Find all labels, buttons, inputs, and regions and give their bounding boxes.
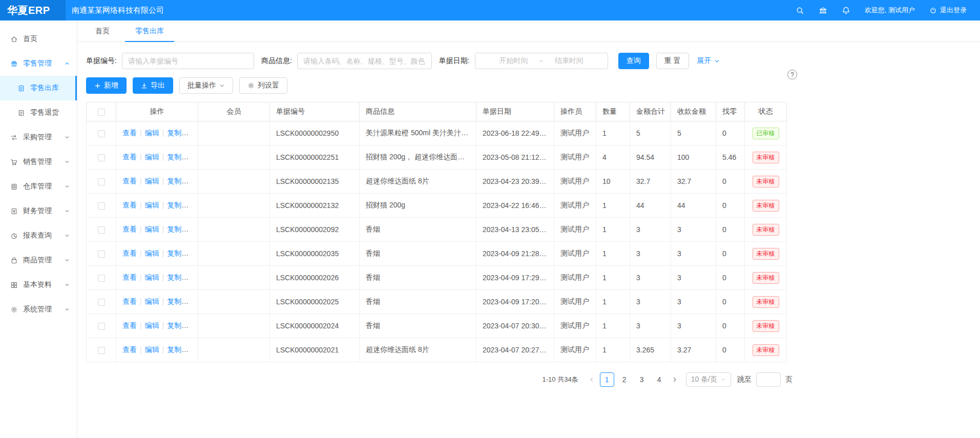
view-link[interactable]: 查看 xyxy=(122,273,137,281)
sidebar-item-sales[interactable]: 销售管理 xyxy=(0,150,77,174)
row-checkbox[interactable] xyxy=(98,178,105,185)
product-input[interactable] xyxy=(297,53,432,69)
copy-link[interactable]: 复制 xyxy=(167,345,189,353)
sidebar-item-retail[interactable]: 零售管理 xyxy=(0,51,77,76)
batch-actions-button[interactable]: 批量操作 xyxy=(179,77,233,94)
edit-link[interactable]: 编辑 xyxy=(145,249,159,257)
edit-link[interactable]: 编辑 xyxy=(145,345,159,353)
delete-link[interactable]: 删除 xyxy=(190,297,198,305)
sidebar-item-retail-outbound[interactable]: 零售出库 xyxy=(0,76,77,100)
delete-link[interactable]: 删除 xyxy=(190,201,198,209)
copy-link[interactable]: 复制 xyxy=(167,177,189,185)
page-button-3[interactable]: 3 xyxy=(635,372,649,387)
next-page-button[interactable] xyxy=(670,377,680,383)
copy-link[interactable]: 复制 xyxy=(167,153,189,161)
operator-cell: 测试用户 xyxy=(554,290,596,314)
view-link[interactable]: 查看 xyxy=(122,129,137,137)
delete-link[interactable]: 删除 xyxy=(190,129,198,137)
copy-link[interactable]: 复制 xyxy=(167,225,189,233)
platform-icon[interactable] xyxy=(819,6,827,15)
view-link[interactable]: 查看 xyxy=(122,177,137,185)
view-link[interactable]: 查看 xyxy=(122,153,137,161)
select-all-checkbox[interactable] xyxy=(98,109,105,116)
row-checkbox[interactable] xyxy=(98,275,105,282)
sidebar-item-home[interactable]: 首页 xyxy=(0,27,77,51)
help-icon[interactable]: ? xyxy=(787,70,797,79)
row-checkbox[interactable] xyxy=(98,251,105,258)
delete-link[interactable]: 删除 xyxy=(190,321,198,329)
row-checkbox[interactable] xyxy=(98,154,105,161)
delete-link[interactable]: 删除 xyxy=(190,249,198,257)
expand-link[interactable]: 展开 xyxy=(697,56,720,66)
reset-button[interactable]: 重 置 xyxy=(656,53,689,69)
copy-link[interactable]: 复制 xyxy=(167,249,189,257)
edit-link[interactable]: 编辑 xyxy=(145,297,159,305)
sidebar-item-system[interactable]: 系统管理 xyxy=(0,297,77,322)
view-link[interactable]: 查看 xyxy=(122,225,137,233)
page-button-4[interactable]: 4 xyxy=(652,372,666,387)
tab-retail-outbound[interactable]: 零售出库 xyxy=(125,20,174,41)
table-row: 查看|编辑|复制|删除LSCK00000002026香烟2023-04-09 1… xyxy=(87,266,787,290)
search-icon[interactable] xyxy=(796,6,804,15)
edit-link[interactable]: 编辑 xyxy=(145,273,159,281)
sidebar-item-label: 采购管理 xyxy=(23,133,65,142)
add-button[interactable]: 新增 xyxy=(86,77,127,94)
edit-link[interactable]: 编辑 xyxy=(145,201,159,209)
row-checkbox[interactable] xyxy=(98,299,105,306)
sidebar-item-basic[interactable]: 基本资料 xyxy=(0,273,77,297)
page-button-2[interactable]: 2 xyxy=(617,372,632,387)
change-cell: 0 xyxy=(716,170,745,194)
edit-link[interactable]: 编辑 xyxy=(145,225,159,233)
view-link[interactable]: 查看 xyxy=(122,297,137,305)
page-button-1[interactable]: 1 xyxy=(600,372,614,387)
basic-icon xyxy=(10,281,18,289)
sidebar-item-goods[interactable]: 商品管理 xyxy=(0,248,77,273)
logout-button[interactable]: 退出登录 xyxy=(929,6,967,15)
delete-link[interactable]: 删除 xyxy=(190,153,198,161)
date-range-input[interactable]: 开始时间 ~ 结束时间 xyxy=(475,53,608,69)
total-cell: 5 xyxy=(630,121,671,145)
status-badge: 未审核 xyxy=(753,344,779,356)
tab-home[interactable]: 首页 xyxy=(85,20,120,41)
export-button[interactable]: 导出 xyxy=(133,77,173,94)
sidebar-item-report[interactable]: 报表查询 xyxy=(0,223,77,248)
sidebar-item-retail-return[interactable]: 零售退货 xyxy=(0,100,77,125)
bell-icon[interactable] xyxy=(842,6,850,15)
edit-link[interactable]: 编辑 xyxy=(145,177,159,185)
row-checkbox[interactable] xyxy=(98,226,105,234)
edit-link[interactable]: 编辑 xyxy=(145,321,159,329)
row-checkbox[interactable] xyxy=(98,323,105,330)
bill-no-input[interactable] xyxy=(122,53,254,69)
chevron-down-icon xyxy=(65,208,70,214)
edit-link[interactable]: 编辑 xyxy=(145,129,159,137)
copy-link[interactable]: 复制 xyxy=(167,129,189,137)
copy-link[interactable]: 复制 xyxy=(167,201,189,209)
edit-link[interactable]: 编辑 xyxy=(145,153,159,161)
view-link[interactable]: 查看 xyxy=(122,321,137,329)
copy-link[interactable]: 复制 xyxy=(167,321,189,329)
delete-link[interactable]: 删除 xyxy=(190,177,198,185)
row-checkbox[interactable] xyxy=(98,202,105,210)
view-link[interactable]: 查看 xyxy=(122,201,137,209)
sidebar-item-purchase[interactable]: 采购管理 xyxy=(0,125,77,150)
sidebar-item-finance[interactable]: 财务管理 xyxy=(0,199,77,223)
column-settings-button[interactable]: 列设置 xyxy=(239,77,287,94)
delete-link[interactable]: 删除 xyxy=(190,225,198,233)
row-checkbox[interactable] xyxy=(98,130,105,137)
doc-icon xyxy=(17,109,25,117)
page-size-select[interactable]: 10 条/页 xyxy=(686,372,731,387)
search-button[interactable]: 查询 xyxy=(618,53,649,69)
row-checkbox[interactable] xyxy=(98,347,105,354)
copy-link[interactable]: 复制 xyxy=(167,297,189,305)
prev-page-button[interactable] xyxy=(587,377,597,383)
delete-link[interactable]: 删除 xyxy=(190,345,198,353)
view-link[interactable]: 查看 xyxy=(122,249,137,257)
copy-link[interactable]: 复制 xyxy=(167,273,189,281)
view-link[interactable]: 查看 xyxy=(122,345,137,353)
member-cell xyxy=(198,242,270,266)
chevron-down-icon xyxy=(714,58,720,64)
jump-page-input[interactable] xyxy=(756,372,781,387)
sidebar-item-warehouse[interactable]: 仓库管理 xyxy=(0,174,77,199)
column-header: 收款金额 xyxy=(671,102,716,121)
delete-link[interactable]: 删除 xyxy=(190,273,198,281)
